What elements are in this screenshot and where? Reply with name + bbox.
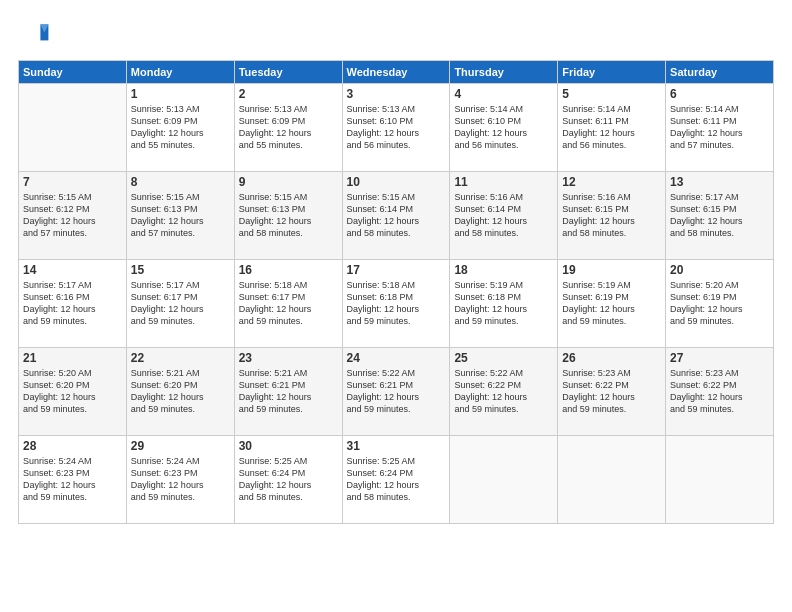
- day-info: Sunrise: 5:20 AM Sunset: 6:19 PM Dayligh…: [670, 279, 769, 328]
- day-info: Sunrise: 5:24 AM Sunset: 6:23 PM Dayligh…: [131, 455, 230, 504]
- day-number: 1: [131, 87, 230, 101]
- day-cell: 28Sunrise: 5:24 AM Sunset: 6:23 PM Dayli…: [19, 436, 127, 524]
- day-number: 6: [670, 87, 769, 101]
- day-number: 16: [239, 263, 338, 277]
- day-info: Sunrise: 5:20 AM Sunset: 6:20 PM Dayligh…: [23, 367, 122, 416]
- day-number: 13: [670, 175, 769, 189]
- day-cell: 2Sunrise: 5:13 AM Sunset: 6:09 PM Daylig…: [234, 84, 342, 172]
- day-cell: 17Sunrise: 5:18 AM Sunset: 6:18 PM Dayli…: [342, 260, 450, 348]
- day-number: 30: [239, 439, 338, 453]
- page: SundayMondayTuesdayWednesdayThursdayFrid…: [0, 0, 792, 612]
- day-number: 7: [23, 175, 122, 189]
- day-info: Sunrise: 5:15 AM Sunset: 6:13 PM Dayligh…: [131, 191, 230, 240]
- day-cell: 31Sunrise: 5:25 AM Sunset: 6:24 PM Dayli…: [342, 436, 450, 524]
- day-number: 18: [454, 263, 553, 277]
- day-info: Sunrise: 5:23 AM Sunset: 6:22 PM Dayligh…: [562, 367, 661, 416]
- day-cell: 15Sunrise: 5:17 AM Sunset: 6:17 PM Dayli…: [126, 260, 234, 348]
- day-cell: 10Sunrise: 5:15 AM Sunset: 6:14 PM Dayli…: [342, 172, 450, 260]
- day-cell: 23Sunrise: 5:21 AM Sunset: 6:21 PM Dayli…: [234, 348, 342, 436]
- day-cell: [450, 436, 558, 524]
- day-cell: 4Sunrise: 5:14 AM Sunset: 6:10 PM Daylig…: [450, 84, 558, 172]
- day-cell: 5Sunrise: 5:14 AM Sunset: 6:11 PM Daylig…: [558, 84, 666, 172]
- day-number: 22: [131, 351, 230, 365]
- day-number: 31: [347, 439, 446, 453]
- day-cell: 21Sunrise: 5:20 AM Sunset: 6:20 PM Dayli…: [19, 348, 127, 436]
- weekday-header-row: SundayMondayTuesdayWednesdayThursdayFrid…: [19, 61, 774, 84]
- day-number: 28: [23, 439, 122, 453]
- day-number: 29: [131, 439, 230, 453]
- day-info: Sunrise: 5:13 AM Sunset: 6:10 PM Dayligh…: [347, 103, 446, 152]
- logo: [18, 18, 54, 50]
- day-cell: 29Sunrise: 5:24 AM Sunset: 6:23 PM Dayli…: [126, 436, 234, 524]
- day-cell: 30Sunrise: 5:25 AM Sunset: 6:24 PM Dayli…: [234, 436, 342, 524]
- day-number: 24: [347, 351, 446, 365]
- weekday-sunday: Sunday: [19, 61, 127, 84]
- day-number: 2: [239, 87, 338, 101]
- day-number: 17: [347, 263, 446, 277]
- day-cell: 27Sunrise: 5:23 AM Sunset: 6:22 PM Dayli…: [666, 348, 774, 436]
- day-number: 14: [23, 263, 122, 277]
- day-info: Sunrise: 5:25 AM Sunset: 6:24 PM Dayligh…: [347, 455, 446, 504]
- day-cell: [19, 84, 127, 172]
- day-info: Sunrise: 5:18 AM Sunset: 6:18 PM Dayligh…: [347, 279, 446, 328]
- week-row-5: 28Sunrise: 5:24 AM Sunset: 6:23 PM Dayli…: [19, 436, 774, 524]
- day-number: 4: [454, 87, 553, 101]
- day-info: Sunrise: 5:15 AM Sunset: 6:14 PM Dayligh…: [347, 191, 446, 240]
- day-number: 5: [562, 87, 661, 101]
- day-info: Sunrise: 5:15 AM Sunset: 6:12 PM Dayligh…: [23, 191, 122, 240]
- day-cell: 19Sunrise: 5:19 AM Sunset: 6:19 PM Dayli…: [558, 260, 666, 348]
- day-number: 12: [562, 175, 661, 189]
- day-info: Sunrise: 5:18 AM Sunset: 6:17 PM Dayligh…: [239, 279, 338, 328]
- day-cell: [558, 436, 666, 524]
- day-cell: [666, 436, 774, 524]
- day-cell: 24Sunrise: 5:22 AM Sunset: 6:21 PM Dayli…: [342, 348, 450, 436]
- weekday-tuesday: Tuesday: [234, 61, 342, 84]
- day-number: 26: [562, 351, 661, 365]
- day-cell: 8Sunrise: 5:15 AM Sunset: 6:13 PM Daylig…: [126, 172, 234, 260]
- day-number: 21: [23, 351, 122, 365]
- weekday-wednesday: Wednesday: [342, 61, 450, 84]
- day-info: Sunrise: 5:14 AM Sunset: 6:11 PM Dayligh…: [670, 103, 769, 152]
- day-info: Sunrise: 5:15 AM Sunset: 6:13 PM Dayligh…: [239, 191, 338, 240]
- day-number: 8: [131, 175, 230, 189]
- day-info: Sunrise: 5:21 AM Sunset: 6:21 PM Dayligh…: [239, 367, 338, 416]
- day-info: Sunrise: 5:17 AM Sunset: 6:15 PM Dayligh…: [670, 191, 769, 240]
- day-number: 15: [131, 263, 230, 277]
- weekday-thursday: Thursday: [450, 61, 558, 84]
- weekday-friday: Friday: [558, 61, 666, 84]
- day-info: Sunrise: 5:24 AM Sunset: 6:23 PM Dayligh…: [23, 455, 122, 504]
- day-info: Sunrise: 5:16 AM Sunset: 6:15 PM Dayligh…: [562, 191, 661, 240]
- day-info: Sunrise: 5:14 AM Sunset: 6:11 PM Dayligh…: [562, 103, 661, 152]
- weekday-monday: Monday: [126, 61, 234, 84]
- day-number: 25: [454, 351, 553, 365]
- day-cell: 11Sunrise: 5:16 AM Sunset: 6:14 PM Dayli…: [450, 172, 558, 260]
- day-info: Sunrise: 5:19 AM Sunset: 6:18 PM Dayligh…: [454, 279, 553, 328]
- day-cell: 26Sunrise: 5:23 AM Sunset: 6:22 PM Dayli…: [558, 348, 666, 436]
- weekday-saturday: Saturday: [666, 61, 774, 84]
- day-cell: 22Sunrise: 5:21 AM Sunset: 6:20 PM Dayli…: [126, 348, 234, 436]
- day-number: 19: [562, 263, 661, 277]
- logo-icon: [18, 18, 50, 50]
- day-info: Sunrise: 5:22 AM Sunset: 6:22 PM Dayligh…: [454, 367, 553, 416]
- day-cell: 9Sunrise: 5:15 AM Sunset: 6:13 PM Daylig…: [234, 172, 342, 260]
- week-row-1: 1Sunrise: 5:13 AM Sunset: 6:09 PM Daylig…: [19, 84, 774, 172]
- day-info: Sunrise: 5:13 AM Sunset: 6:09 PM Dayligh…: [131, 103, 230, 152]
- day-info: Sunrise: 5:25 AM Sunset: 6:24 PM Dayligh…: [239, 455, 338, 504]
- day-info: Sunrise: 5:14 AM Sunset: 6:10 PM Dayligh…: [454, 103, 553, 152]
- day-cell: 6Sunrise: 5:14 AM Sunset: 6:11 PM Daylig…: [666, 84, 774, 172]
- week-row-2: 7Sunrise: 5:15 AM Sunset: 6:12 PM Daylig…: [19, 172, 774, 260]
- day-info: Sunrise: 5:13 AM Sunset: 6:09 PM Dayligh…: [239, 103, 338, 152]
- calendar-table: SundayMondayTuesdayWednesdayThursdayFrid…: [18, 60, 774, 524]
- day-cell: 13Sunrise: 5:17 AM Sunset: 6:15 PM Dayli…: [666, 172, 774, 260]
- day-number: 20: [670, 263, 769, 277]
- day-number: 3: [347, 87, 446, 101]
- day-info: Sunrise: 5:21 AM Sunset: 6:20 PM Dayligh…: [131, 367, 230, 416]
- day-number: 10: [347, 175, 446, 189]
- day-cell: 7Sunrise: 5:15 AM Sunset: 6:12 PM Daylig…: [19, 172, 127, 260]
- day-number: 27: [670, 351, 769, 365]
- week-row-3: 14Sunrise: 5:17 AM Sunset: 6:16 PM Dayli…: [19, 260, 774, 348]
- day-cell: 12Sunrise: 5:16 AM Sunset: 6:15 PM Dayli…: [558, 172, 666, 260]
- day-info: Sunrise: 5:16 AM Sunset: 6:14 PM Dayligh…: [454, 191, 553, 240]
- day-cell: 25Sunrise: 5:22 AM Sunset: 6:22 PM Dayli…: [450, 348, 558, 436]
- week-row-4: 21Sunrise: 5:20 AM Sunset: 6:20 PM Dayli…: [19, 348, 774, 436]
